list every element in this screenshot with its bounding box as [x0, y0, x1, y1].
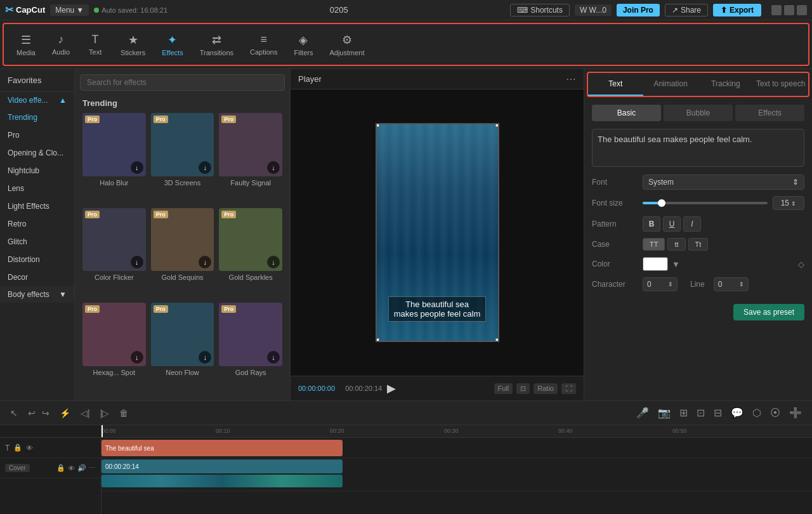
right-tab-text[interactable]: Text [588, 73, 643, 96]
effect-item-4[interactable]: Pro ↓ Color Flicker [82, 208, 146, 298]
freeze-button[interactable]: ⦿ [768, 405, 783, 421]
sub-tab-effects[interactable]: Effects [735, 105, 804, 121]
effect-item-8[interactable]: Pro ↓ Neon Flow [151, 303, 214, 393]
download-icon[interactable]: ↓ [267, 351, 280, 364]
italic-button[interactable]: I [683, 216, 701, 232]
text-content-area[interactable]: The beautiful sea makes people feel calm… [592, 129, 804, 167]
color-picker-icon[interactable]: ◇ [798, 260, 804, 269]
sidebar-item-lens[interactable]: Lens [0, 180, 74, 197]
trim-left-button[interactable]: ◁| [78, 405, 93, 421]
cursor-tool-button[interactable]: ↖ [8, 405, 20, 421]
download-icon[interactable]: ↓ [131, 256, 143, 268]
toolbar-item-transitions[interactable]: ⇄Transitions [192, 29, 241, 60]
download-icon[interactable]: ↓ [131, 161, 143, 174]
effect-item-7[interactable]: Pro ↓ Hexag... Spot [82, 303, 146, 393]
toolbar-item-stickers[interactable]: ★Stickers [113, 29, 153, 60]
toolbar-item-adjustment[interactable]: ⚙Adjustment [322, 29, 372, 60]
sidebar-item-pro[interactable]: Pro [0, 126, 74, 144]
selection-handle-tl[interactable] [376, 123, 379, 127]
selection-handle-tr[interactable] [495, 123, 499, 127]
character-input[interactable]: 0 ⇕ [643, 277, 678, 291]
video-add-button[interactable]: 📷 [655, 404, 673, 421]
effect-item-1[interactable]: Pro ↓ Halo Blur [82, 113, 146, 203]
toolbar-item-effects[interactable]: ✦Effects [154, 29, 190, 60]
effect-item-3[interactable]: Pro ↓ Faulty Signal [219, 113, 282, 203]
sidebar-video-effects-section[interactable]: Video effe... ▲ [0, 92, 74, 109]
sidebar-item-trending[interactable]: Trending [0, 109, 74, 126]
selection-handle-bl[interactable] [376, 338, 379, 342]
toolbar-item-captions[interactable]: ≡Captions [242, 29, 285, 60]
case-btn-1[interactable]: tt [667, 238, 685, 251]
join-pro-button[interactable]: Join Pro [617, 4, 660, 16]
case-btn-2[interactable]: Tt [688, 238, 709, 251]
redo-button[interactable]: ↪ [39, 405, 52, 421]
menu-button[interactable]: Menu ▼ [50, 4, 89, 16]
download-icon[interactable]: ↓ [267, 256, 280, 268]
crop-icon[interactable]: ⊡ [516, 383, 530, 394]
add-button[interactable]: ➕ [787, 404, 804, 421]
font-size-input[interactable]: 15 ⇕ [773, 196, 804, 210]
sub-tab-bubble[interactable]: Bubble [664, 105, 733, 121]
slider-thumb[interactable] [658, 199, 665, 207]
selection-handle-br[interactable] [495, 338, 499, 342]
video-clip[interactable]: 00:00:20:14 [102, 459, 343, 473]
export-button[interactable]: ⬆ Export [713, 4, 761, 16]
split-button[interactable]: ⚡ [57, 405, 73, 421]
shortcuts-button[interactable]: ⌨ Shortcuts [510, 4, 570, 16]
download-icon[interactable]: ↓ [267, 161, 280, 174]
download-icon[interactable]: ↓ [199, 161, 211, 174]
underline-button[interactable]: U [663, 216, 681, 232]
share-button[interactable]: ↗ Share [665, 4, 708, 16]
toolbar-item-text[interactable]: TText [79, 29, 112, 60]
bold-button[interactable]: B [643, 216, 660, 232]
minimize-button[interactable] [771, 5, 782, 15]
download-icon[interactable]: ↓ [131, 351, 143, 364]
audio-waveform-clip[interactable] [102, 475, 343, 487]
sidebar-item-retro[interactable]: Retro [0, 215, 74, 233]
close-button[interactable] [797, 5, 807, 15]
text-clip[interactable]: The beautiful sea [102, 440, 343, 456]
font-select-dropdown[interactable]: System ⇕ [643, 175, 804, 190]
video-text-overlay[interactable]: The beautiful seamakes people feel calm [377, 296, 498, 322]
undo-button[interactable]: ↩ [25, 405, 38, 421]
sub-tab-basic[interactable]: Basic [592, 105, 661, 121]
full-button[interactable]: Full [494, 383, 513, 394]
sidebar-item-glitch[interactable]: Glitch [0, 233, 74, 251]
effect-item-6[interactable]: Pro ↓ Gold Sparkles [219, 208, 282, 298]
player-menu-button[interactable]: ⋯ [566, 73, 576, 85]
pip-button[interactable]: ⊡ [694, 404, 707, 421]
effect-item-5[interactable]: Pro ↓ Gold Sequins [151, 208, 214, 298]
sidebar-body-effects[interactable]: Body effects ▼ [0, 286, 74, 303]
sidebar-favorites[interactable]: Favorites [0, 69, 74, 92]
effect-item-2[interactable]: Pro ↓ 3D Screens [151, 113, 214, 203]
sidebar-item-opening[interactable]: Opening & Clo... [0, 144, 74, 162]
fullscreen-button[interactable]: ⛶ [561, 383, 576, 394]
right-tab-animation[interactable]: Animation [643, 73, 698, 96]
maximize-button[interactable] [784, 5, 794, 15]
download-icon[interactable]: ↓ [199, 256, 211, 268]
sidebar-item-light-effects[interactable]: Light Effects [0, 197, 74, 215]
trim-right-button[interactable]: |▷ [98, 405, 112, 421]
sidebar-item-decor[interactable]: Decor [0, 268, 74, 286]
cover-button[interactable]: Cover [5, 464, 30, 472]
user-button[interactable]: W W...0 [575, 4, 612, 16]
caption-add-button[interactable]: 💬 [728, 404, 746, 421]
line-input[interactable]: 0 ⇕ [714, 277, 749, 291]
right-tab-tts[interactable]: Text to speech [753, 73, 808, 96]
effects-search-input[interactable] [80, 74, 285, 91]
color-swatch[interactable] [643, 257, 668, 271]
playhead[interactable] [102, 425, 103, 437]
mic-button[interactable]: 🎤 [634, 404, 652, 421]
sidebar-item-distortion[interactable]: Distortion [0, 251, 74, 268]
font-size-slider[interactable] [643, 202, 768, 204]
split-screen-button[interactable]: ⊞ [677, 404, 690, 421]
delete-button[interactable]: 🗑 [117, 405, 131, 421]
sticker-add-button[interactable]: ⬡ [750, 404, 764, 421]
download-icon[interactable]: ↓ [199, 351, 211, 364]
sidebar-item-nightclub[interactable]: Nightclub [0, 162, 74, 180]
play-button[interactable]: ▶ [387, 381, 396, 395]
case-btn-0[interactable]: TT [643, 238, 665, 251]
color-dropdown-icon[interactable]: ▼ [672, 260, 680, 269]
ratio-button[interactable]: Ratio [534, 383, 558, 394]
toolbar-item-filters[interactable]: ◈Filters [286, 29, 320, 60]
